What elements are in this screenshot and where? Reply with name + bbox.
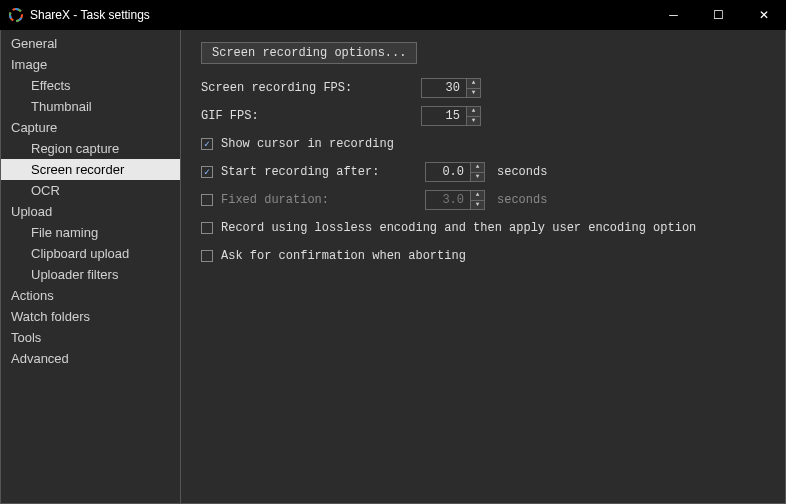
start-after-up-icon[interactable]: ▲: [471, 163, 484, 173]
sidebar-item-advanced[interactable]: Advanced: [1, 348, 180, 369]
sidebar-item-thumbnail[interactable]: Thumbnail: [1, 96, 180, 117]
sidebar-item-region-capture[interactable]: Region capture: [1, 138, 180, 159]
lossless-checkbox[interactable]: [201, 222, 213, 234]
maximize-button[interactable]: ☐: [696, 0, 741, 30]
gif-fps-up-icon[interactable]: ▲: [467, 107, 480, 117]
show-cursor-checkbox[interactable]: [201, 138, 213, 150]
fixed-duration-down-icon: ▼: [471, 201, 484, 210]
sidebar-item-tools[interactable]: Tools: [1, 327, 180, 348]
gif-fps-label: GIF FPS:: [201, 109, 421, 123]
sidebar-item-uploader-filters[interactable]: Uploader filters: [1, 264, 180, 285]
fixed-duration-value: 3.0: [426, 193, 470, 207]
sidebar-item-upload[interactable]: Upload: [1, 201, 180, 222]
sidebar-item-capture[interactable]: Capture: [1, 117, 180, 138]
window-title: ShareX - Task settings: [30, 8, 651, 22]
gif-fps-spinner[interactable]: 15 ▲ ▼: [421, 106, 481, 126]
gif-fps-down-icon[interactable]: ▼: [467, 117, 480, 126]
fixed-duration-label: Fixed duration:: [221, 193, 425, 207]
lossless-label: Record using lossless encoding and then …: [221, 221, 696, 235]
start-after-value: 0.0: [426, 165, 470, 179]
sidebar-item-ocr[interactable]: OCR: [1, 180, 180, 201]
sidebar-item-actions[interactable]: Actions: [1, 285, 180, 306]
gif-fps-value: 15: [422, 109, 466, 123]
confirm-abort-label: Ask for confirmation when aborting: [221, 249, 466, 263]
sidebar-item-general[interactable]: General: [1, 33, 180, 54]
start-after-label: Start recording after:: [221, 165, 425, 179]
sidebar-item-effects[interactable]: Effects: [1, 75, 180, 96]
sidebar-item-watch-folders[interactable]: Watch folders: [1, 306, 180, 327]
sidebar-item-file-naming[interactable]: File naming: [1, 222, 180, 243]
fps-down-icon[interactable]: ▼: [467, 89, 480, 98]
sidebar-item-screen-recorder[interactable]: Screen recorder: [1, 159, 180, 180]
titlebar: ShareX - Task settings ─ ☐ ✕: [0, 0, 786, 30]
start-after-spinner[interactable]: 0.0 ▲ ▼: [425, 162, 485, 182]
fixed-duration-unit: seconds: [497, 193, 547, 207]
start-after-checkbox[interactable]: [201, 166, 213, 178]
fps-label: Screen recording FPS:: [201, 81, 421, 95]
content: GeneralImageEffectsThumbnailCaptureRegio…: [0, 30, 786, 504]
start-after-down-icon[interactable]: ▼: [471, 173, 484, 182]
screen-recording-options-button[interactable]: Screen recording options...: [201, 42, 417, 64]
fixed-duration-up-icon: ▲: [471, 191, 484, 201]
window-controls: ─ ☐ ✕: [651, 0, 786, 30]
minimize-button[interactable]: ─: [651, 0, 696, 30]
fixed-duration-spinner: 3.0 ▲ ▼: [425, 190, 485, 210]
fixed-duration-checkbox[interactable]: [201, 194, 213, 206]
fps-up-icon[interactable]: ▲: [467, 79, 480, 89]
fps-spinner[interactable]: 30 ▲ ▼: [421, 78, 481, 98]
sidebar-item-clipboard-upload[interactable]: Clipboard upload: [1, 243, 180, 264]
close-button[interactable]: ✕: [741, 0, 786, 30]
settings-panel: Screen recording options... Screen recor…: [181, 30, 785, 503]
sidebar: GeneralImageEffectsThumbnailCaptureRegio…: [1, 30, 181, 503]
start-after-unit: seconds: [497, 165, 547, 179]
app-icon: [8, 7, 24, 23]
confirm-abort-checkbox[interactable]: [201, 250, 213, 262]
sidebar-item-image[interactable]: Image: [1, 54, 180, 75]
show-cursor-label: Show cursor in recording: [221, 137, 394, 151]
fps-value: 30: [422, 81, 466, 95]
